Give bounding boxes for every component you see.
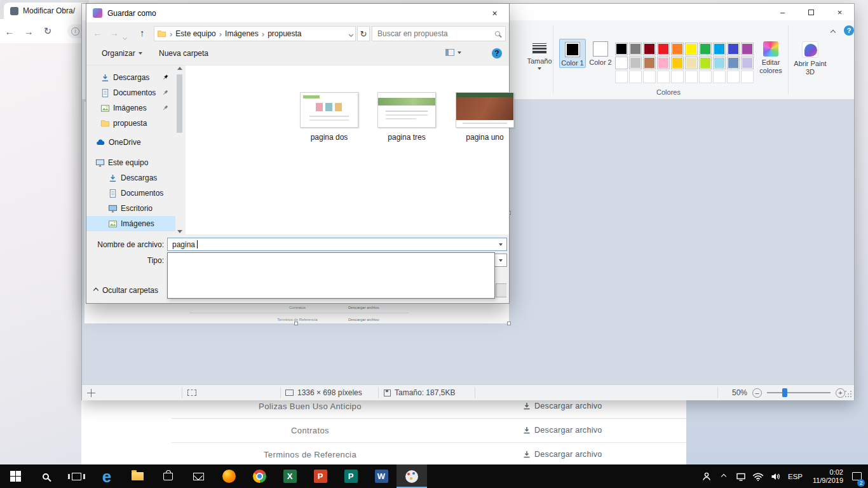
palette-swatch[interactable]: [671, 43, 684, 55]
palette-swatch[interactable]: [671, 71, 684, 83]
sidebar-scrollbar[interactable]: [176, 65, 184, 234]
palette-swatch[interactable]: [727, 43, 740, 55]
chrome-taskbar-icon[interactable]: [244, 464, 275, 488]
breadcrumb-item[interactable]: Imágenes: [225, 29, 259, 38]
palette-swatch[interactable]: [629, 71, 642, 83]
resize-grip[interactable]: [845, 391, 853, 398]
palette-swatch[interactable]: [615, 57, 628, 69]
minimize-button[interactable]: [768, 4, 797, 20]
start-button[interactable]: [0, 464, 31, 488]
filetype-dropdown-list[interactable]: [167, 252, 495, 299]
palette-swatch[interactable]: [615, 43, 628, 55]
wifi-icon[interactable]: [750, 464, 766, 488]
sidebar-item-descargas-pc[interactable]: Descargas: [86, 170, 175, 186]
palette-swatch[interactable]: [643, 57, 656, 69]
color1-button[interactable]: Color 1: [559, 39, 586, 68]
powerpoint-taskbar-icon[interactable]: P: [305, 464, 336, 488]
palette-swatch[interactable]: [699, 71, 712, 83]
close-button[interactable]: [825, 4, 854, 20]
palette-swatch[interactable]: [643, 43, 656, 55]
zoom-slider[interactable]: [767, 388, 831, 398]
sidebar-item-documentos-pc[interactable]: Documentos: [86, 186, 175, 201]
palette-swatch[interactable]: [699, 57, 712, 69]
palette-swatch[interactable]: [643, 71, 656, 83]
dialog-help-icon[interactable]: [492, 48, 502, 58]
palette-swatch[interactable]: [685, 43, 698, 55]
size-button[interactable]: Tamaño: [525, 39, 554, 70]
firefox-taskbar-icon[interactable]: [214, 464, 244, 488]
color2-button[interactable]: Color 2: [587, 39, 614, 67]
file-pagina-uno[interactable]: pagina uno: [450, 92, 520, 142]
search-input[interactable]: Buscar en propuesta: [372, 26, 506, 41]
new-folder-button[interactable]: Nueva carpeta: [159, 49, 208, 58]
palette-swatch[interactable]: [629, 43, 642, 55]
sidebar-item-imagenes-pc[interactable]: Imágenes: [86, 216, 175, 231]
resize-handle-corner[interactable]: [507, 322, 511, 325]
chevron-down-icon[interactable]: [495, 254, 506, 266]
open-paint3d-button[interactable]: Abrir Paint 3D: [793, 39, 827, 76]
palette-swatch[interactable]: [699, 43, 712, 55]
zoom-slider-thumb[interactable]: [782, 388, 787, 397]
edit-colors-button[interactable]: Editar colores: [756, 39, 785, 74]
breadcrumb-item[interactable]: Este equipo: [175, 29, 215, 38]
excel-taskbar-icon[interactable]: X: [275, 464, 305, 488]
palette-swatch[interactable]: [713, 43, 726, 55]
volume-icon[interactable]: [768, 464, 783, 488]
store-taskbar-icon[interactable]: [153, 464, 183, 488]
file-pagina-tres[interactable]: pagina tres: [372, 92, 442, 142]
breadcrumb[interactable]: Este equipo Imágenes propuesta: [154, 26, 356, 41]
browser-forward-icon[interactable]: [19, 26, 38, 37]
people-icon[interactable]: [699, 464, 714, 488]
file-pagina-dos[interactable]: pagina dos: [294, 92, 364, 142]
palette-swatch[interactable]: [741, 43, 754, 55]
palette-swatch[interactable]: [713, 71, 726, 83]
task-view-button[interactable]: [61, 464, 92, 488]
mail-taskbar-icon[interactable]: [183, 464, 214, 488]
resize-handle-bottom[interactable]: [294, 322, 298, 325]
palette-swatch[interactable]: [727, 71, 740, 83]
dialog-close-button[interactable]: [480, 4, 509, 22]
sidebar-item-onedrive[interactable]: OneDrive: [86, 135, 175, 150]
collapse-ribbon-icon[interactable]: [831, 27, 835, 36]
search-button[interactable]: [31, 464, 61, 488]
scroll-down-icon[interactable]: [177, 230, 182, 233]
file-explorer-taskbar-icon[interactable]: [122, 464, 153, 488]
download-link[interactable]: Descargar archivo: [523, 426, 602, 435]
paint-taskbar-icon[interactable]: [397, 464, 427, 488]
palette-swatch[interactable]: [741, 57, 754, 69]
palette-swatch[interactable]: [657, 71, 670, 83]
edge-taskbar-icon[interactable]: e: [92, 464, 122, 488]
refresh-button[interactable]: [357, 26, 370, 41]
filename-input[interactable]: pagina: [167, 238, 507, 251]
scroll-up-icon[interactable]: [177, 67, 182, 70]
sidebar-item-este-equipo[interactable]: Este equipo: [86, 155, 175, 170]
palette-swatch[interactable]: [671, 57, 684, 69]
palette-swatch[interactable]: [685, 71, 698, 83]
hide-folders-button[interactable]: Ocultar carpetas: [94, 286, 158, 295]
forward-icon[interactable]: [109, 27, 119, 38]
language-indicator[interactable]: ESP: [785, 473, 806, 480]
button-fragment[interactable]: [496, 283, 506, 297]
word-taskbar-icon[interactable]: W: [366, 464, 397, 488]
network-icon[interactable]: [733, 464, 749, 488]
browser-tab[interactable]: Modificar Obra/: [4, 3, 89, 19]
sidebar-item-descargas[interactable]: Descargas: [86, 70, 175, 85]
sidebar-item-imagenes[interactable]: Imágenes: [86, 100, 175, 116]
sidebar-item-escritorio[interactable]: Escritorio: [86, 201, 175, 216]
maximize-button[interactable]: [797, 4, 825, 20]
recent-locations-icon[interactable]: [123, 30, 126, 41]
zoom-out-button[interactable]: [752, 388, 762, 398]
palette-swatch[interactable]: [615, 71, 628, 83]
palette-swatch[interactable]: [657, 57, 670, 69]
site-info-icon[interactable]: [71, 27, 79, 36]
browser-back-icon[interactable]: [0, 26, 19, 37]
download-link[interactable]: Descargar archivo: [523, 402, 602, 410]
back-icon[interactable]: [93, 27, 102, 38]
breadcrumb-item[interactable]: propuesta: [268, 29, 301, 38]
clock[interactable]: 0:02 11/9/2019: [808, 468, 847, 485]
sidebar-item-documentos[interactable]: Documentos: [86, 85, 175, 100]
palette-swatch[interactable]: [713, 57, 726, 69]
palette-swatch[interactable]: [685, 57, 698, 69]
palette-swatch[interactable]: [727, 57, 740, 69]
palette-swatch[interactable]: [741, 71, 754, 83]
